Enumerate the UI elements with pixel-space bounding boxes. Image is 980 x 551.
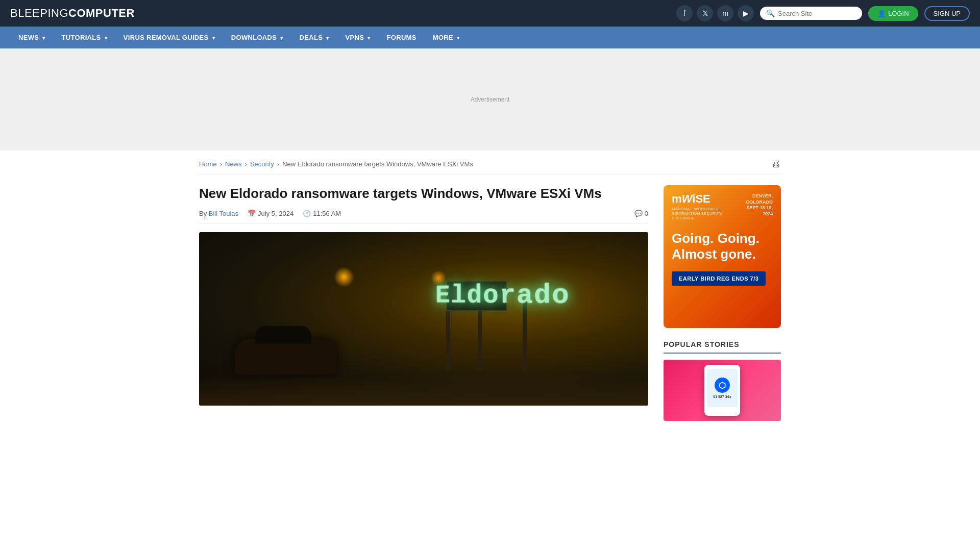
comment-icon: 💬 — [634, 210, 643, 217]
author-link[interactable]: Bill Toulas — [209, 210, 238, 217]
breadcrumb-separator: › — [220, 160, 222, 168]
signup-button[interactable]: SIGN UP — [924, 6, 970, 21]
mandiant-subtitle: MANDIANT WORLDWIDE INFORMATION SECURITY … — [672, 207, 741, 220]
time-meta: 🕐 11:56 AM — [303, 210, 341, 217]
ad-logo-area: mWiSE MANDIANT WORLDWIDE INFORMATION SEC… — [672, 193, 773, 220]
chevron-down-icon: ▾ — [455, 35, 459, 41]
author-label: By Bill Toulas — [199, 210, 238, 217]
eldorado-sign: Eldorado — [435, 280, 570, 312]
chevron-down-icon: ▾ — [325, 35, 329, 41]
article-meta: By Bill Toulas 📅 July 5, 2024 🕐 11:56 AM… — [199, 210, 648, 224]
top-ad-banner: Advertisement — [0, 48, 980, 151]
popular-stories-title: POPULAR STORIES — [664, 340, 781, 354]
breadcrumb-news[interactable]: News — [225, 160, 242, 168]
nav-forums[interactable]: FORUMS — [379, 27, 425, 48]
nav-virus-removal[interactable]: VIRUS REMOVAL GUIDES ▾ — [115, 27, 223, 48]
print-icon[interactable]: 🖨 — [772, 159, 781, 169]
chevron-down-icon: ▾ — [210, 35, 214, 41]
breadcrumb-separator: › — [277, 160, 279, 168]
breadcrumb-home[interactable]: Home — [199, 160, 217, 168]
chevron-down-icon: ▾ — [279, 35, 283, 41]
clock-icon: 🕐 — [303, 210, 311, 217]
site-logo[interactable]: BLEEPINGCOMPUTER — [10, 7, 135, 20]
main-nav: NEWS ▾ TUTORIALS ▾ VIRUS REMOVAL GUIDES … — [0, 27, 980, 48]
phone-mockup: ⬡ 01 987 34● — [704, 365, 740, 416]
facebook-icon[interactable]: f — [676, 5, 693, 21]
phone-screen: ⬡ 01 987 34● — [707, 369, 738, 407]
social-icons: f 𝕏 m ▶ — [676, 5, 754, 21]
nav-tutorials[interactable]: TUTORIALS ▾ — [54, 27, 115, 48]
sidebar-ad[interactable]: mWiSE MANDIANT WORLDWIDE INFORMATION SEC… — [664, 185, 781, 328]
article-area: New Eldorado ransomware targets Windows,… — [199, 185, 648, 421]
lamp-glow-left — [334, 267, 354, 287]
eldorado-scene: Eldorado — [199, 232, 648, 406]
breadcrumb-separator: › — [245, 160, 247, 168]
article-image: Eldorado — [199, 232, 648, 406]
breadcrumb-security[interactable]: Security — [250, 160, 274, 168]
login-button[interactable]: 👤 LOGIN — [868, 6, 918, 21]
nav-more[interactable]: MORE ▾ — [425, 27, 468, 48]
mastodon-icon[interactable]: m — [717, 5, 733, 21]
nav-vpns[interactable]: VPNS ▾ — [337, 27, 379, 48]
chevron-down-icon: ▾ — [41, 35, 45, 41]
main-layout: New Eldorado ransomware targets Windows,… — [199, 175, 781, 421]
ad-tagline: Going. Going. Almost gone. — [672, 231, 773, 262]
chevron-down-icon: ▾ — [366, 35, 370, 41]
popular-stories: POPULAR STORIES ⬡ 01 987 34● — [664, 340, 781, 421]
header-right: f 𝕏 m ▶ 🔍 👤 LOGIN SIGN UP — [676, 5, 970, 21]
nav-news[interactable]: NEWS ▾ — [10, 27, 54, 48]
logo-bold: COMPUTER — [68, 7, 135, 19]
user-icon: 👤 — [877, 10, 886, 17]
breadcrumb-current: New Eldorado ransomware targets Windows,… — [282, 160, 473, 168]
comments-count[interactable]: 💬 0 — [634, 210, 648, 217]
fog-overlay — [199, 375, 648, 406]
ad-location: DENVER, COLORADO SEPT 18-19, 2024 — [745, 193, 773, 217]
date-meta: 📅 July 5, 2024 — [248, 210, 293, 217]
article-title: New Eldorado ransomware targets Windows,… — [199, 185, 648, 203]
content-wrapper: Home › News › Security › New Eldorado ra… — [189, 151, 791, 421]
search-icon: 🔍 — [766, 9, 775, 17]
car-silhouette — [235, 339, 337, 374]
nav-deals[interactable]: DEALS ▾ — [291, 27, 337, 48]
sidebar: mWiSE MANDIANT WORLDWIDE INFORMATION SEC… — [664, 185, 781, 421]
ad-cta-button[interactable]: EARLY BIRD REG ENDS 7/3 — [672, 271, 766, 286]
youtube-icon[interactable]: ▶ — [738, 5, 754, 21]
twitter-icon[interactable]: 𝕏 — [697, 5, 713, 21]
mwise-logo: mWiSE MANDIANT WORLDWIDE INFORMATION SEC… — [672, 193, 741, 220]
popular-story-image[interactable]: ⬡ 01 987 34● — [664, 360, 781, 421]
search-input[interactable] — [778, 10, 856, 17]
calendar-icon: 📅 — [248, 210, 256, 217]
breadcrumb: Home › News › Security › New Eldorado ra… — [199, 151, 781, 175]
search-box: 🔍 — [760, 7, 862, 20]
nav-downloads[interactable]: DOWNLOADS ▾ — [223, 27, 291, 48]
chevron-down-icon: ▾ — [103, 35, 107, 41]
dropbox-icon: ⬡ — [715, 378, 730, 393]
logo-light: BLEEPING — [10, 7, 68, 19]
site-header: BLEEPINGCOMPUTER f 𝕏 m ▶ 🔍 👤 LOGIN SIGN … — [0, 0, 980, 27]
